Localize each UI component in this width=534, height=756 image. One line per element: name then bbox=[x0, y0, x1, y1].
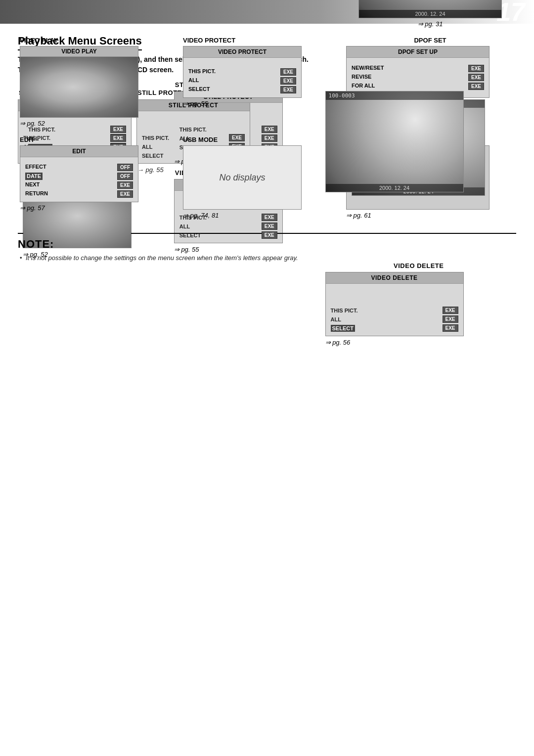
dpof-screen: DPOF SET UP NEW/RESET EXE REVISE EXE FOR… bbox=[346, 46, 490, 98]
vdel-label: VIDEO DELETE bbox=[325, 262, 511, 269]
list-item: EFFECT OFF bbox=[25, 164, 133, 171]
list-item: SELECT EXE bbox=[188, 86, 296, 93]
row1-screens: STILL DELETE THIS PICT. EXE ALL EXE SELE… bbox=[18, 0, 516, 28]
row2-labels: VIDEO PLAY VIDEO PROTECT DPOF SET bbox=[18, 37, 516, 44]
usb-block: No displays ⇒ pg. 74, 81 bbox=[181, 145, 344, 219]
still-pb-screen: 100-0003 2000. 12. 24 bbox=[325, 91, 464, 192]
vprot-screen: VIDEO PROTECT THIS PICT. EXE ALL EXE SEL… bbox=[183, 46, 302, 98]
vplay-block: VIDEO PLAY ⇒ pg. 52 bbox=[18, 46, 181, 127]
sd-block: STILL DELETE THIS PICT. EXE ALL EXE SELE… bbox=[18, 0, 181, 28]
list-item: DATE OFF bbox=[25, 173, 133, 180]
empty-col1 bbox=[23, 262, 169, 350]
note-bullet: It is not possible to change the setting… bbox=[26, 254, 298, 262]
list-item: REVISE EXE bbox=[352, 74, 484, 81]
usb-lbl: USB MODE bbox=[181, 136, 344, 143]
edit-screen: EDIT EFFECT OFF DATE OFF NEXT EXE bbox=[20, 145, 138, 202]
edit-ref: ⇒ pg. 57 bbox=[20, 204, 178, 212]
hdtv-ref: ⇒ pg. 61 bbox=[346, 212, 514, 219]
page-content: Playback Menu Screens Turn the Power dia… bbox=[0, 24, 534, 273]
note-body: • It is not possible to change the setti… bbox=[18, 253, 516, 263]
vprot-lbl: VIDEO PROTECT bbox=[181, 37, 344, 44]
list-item: ALL EXE bbox=[331, 315, 458, 323]
list-item: THIS PICT. EXE bbox=[331, 307, 458, 314]
list-item: SELECT EXE bbox=[179, 231, 277, 239]
spacer bbox=[23, 350, 511, 353]
vplay-screen: VIDEO PLAY bbox=[20, 46, 138, 118]
list-item: FOR ALL EXE bbox=[352, 83, 484, 90]
dpof-lbl: DPOF SET bbox=[344, 37, 516, 44]
vplay-ref: ⇒ pg. 52 bbox=[20, 120, 178, 127]
still-pb-img bbox=[326, 91, 463, 192]
list-item: SELECT EXE bbox=[331, 324, 458, 332]
list-item: NEXT EXE bbox=[25, 181, 133, 189]
usb-ref: ⇒ pg. 74, 81 bbox=[183, 212, 341, 219]
sp-block: STILL PROTECT THIS PICT. EXE ALL EXE SEL… bbox=[181, 0, 344, 28]
spb-block: 100-00093 2000. 12. 24 ⇒ pg. 31 bbox=[344, 0, 516, 28]
no-displays-text: No displays bbox=[219, 173, 265, 183]
vprot-ref: ⇒ pg. 55 bbox=[183, 100, 341, 107]
empty-col2 bbox=[174, 262, 320, 350]
vdel-screen: VIDEO DELETE THIS PICT. EXE ALL EXE SELE… bbox=[325, 272, 464, 336]
list-item: RETURN EXE bbox=[25, 190, 133, 198]
edit-block: EDIT EFFECT OFF DATE OFF NEXT EXE bbox=[18, 145, 181, 219]
edit-lbl: EDIT bbox=[18, 136, 181, 143]
spb-ref-clean: ⇒ pg. 31 bbox=[418, 20, 443, 28]
vdel-ref: ⇒ pg. 56 bbox=[325, 339, 511, 346]
vprot-block: VIDEO PROTECT THIS PICT. EXE ALL EXE SEL… bbox=[181, 46, 344, 127]
vplay-lbl: VIDEO PLAY bbox=[18, 37, 181, 44]
list-item: THIS PICT. EXE bbox=[188, 68, 296, 76]
list-item: ALL EXE bbox=[179, 222, 277, 230]
still-pb-botbar: 2000. 12. 24 bbox=[326, 184, 463, 192]
col3-vdel: VIDEO DELETE VIDEO DELETE THIS PICT. EXE… bbox=[325, 262, 511, 350]
spb-img-box: 100-00093 2000. 12. 24 bbox=[358, 0, 502, 18]
still-pb-topbar: 100-0003 bbox=[326, 91, 463, 100]
list-item: ALL EXE bbox=[188, 77, 296, 85]
list-item: NEW/RESET EXE bbox=[352, 65, 484, 72]
usb-screen: No displays bbox=[183, 145, 302, 210]
